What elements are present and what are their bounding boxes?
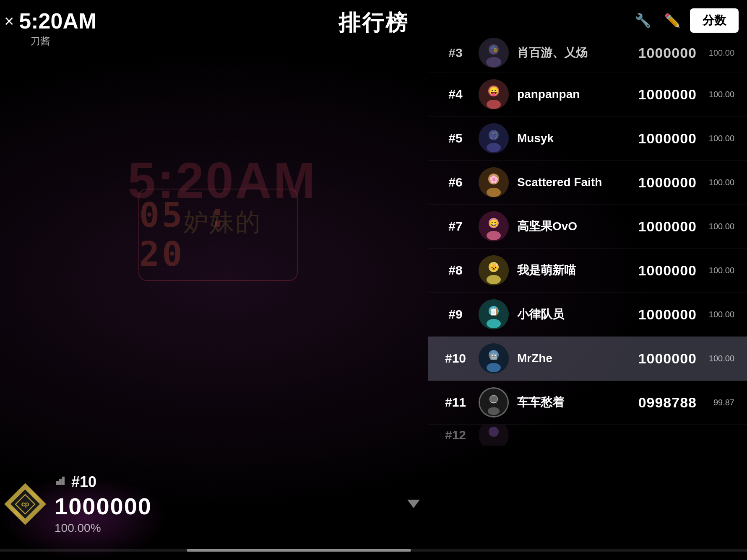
rank-6: #6 bbox=[441, 175, 470, 189]
name-10: MrZhe bbox=[517, 352, 630, 365]
score-7: 1000000 bbox=[638, 218, 697, 235]
leaderboard-row-9[interactable]: #9 📋 小律队员 1000000 100.00 bbox=[428, 293, 747, 337]
svg-text:cp: cp bbox=[21, 500, 29, 508]
leaderboard-row-4[interactable]: #4 😛 panpanpan 1000000 100.00 bbox=[428, 73, 747, 117]
svg-point-18 bbox=[487, 231, 501, 240]
accuracy-3: 100.00 bbox=[705, 48, 734, 58]
accuracy-4: 100.00 bbox=[705, 90, 734, 99]
avatar-8: 🐱 bbox=[479, 255, 509, 285]
wrench-icon-button[interactable]: 🔧 bbox=[631, 9, 655, 32]
diamond-badge: cp bbox=[4, 483, 46, 525]
accuracy-5: 100.00 bbox=[705, 134, 734, 143]
rank-4: #4 bbox=[441, 87, 470, 101]
name-3: 肖百游、乂炀 bbox=[517, 45, 630, 61]
score-9: 1000000 bbox=[638, 306, 697, 323]
score-6: 1000000 bbox=[638, 174, 697, 191]
svg-point-36 bbox=[489, 427, 499, 437]
avatar-11 bbox=[479, 387, 509, 417]
avatar-9: 📋 bbox=[479, 299, 509, 329]
svg-point-14 bbox=[487, 188, 501, 197]
top-right-panel: 🔧 ✏️ 分数 bbox=[631, 8, 739, 33]
leaderboard-panel: #3 🎭 肖百游、乂炀 1000000 100.00 #4 bbox=[428, 34, 747, 535]
svg-point-6 bbox=[487, 100, 501, 109]
rank-3: #3 bbox=[441, 46, 470, 60]
name-11: 车车愁着 bbox=[517, 394, 630, 410]
svg-text:😄: 😄 bbox=[489, 219, 499, 228]
rank-5: #5 bbox=[441, 131, 470, 145]
rank-icon bbox=[55, 475, 66, 489]
svg-point-30 bbox=[487, 363, 501, 372]
name-4: panpanpan bbox=[517, 88, 630, 101]
leaderboard-row-3[interactable]: #3 🎭 肖百游、乂炀 1000000 100.00 bbox=[428, 34, 747, 73]
name-7: 高坚果OvO bbox=[517, 218, 630, 234]
leaderboard-row-11[interactable]: #11 车车愁着 0998788 99.87 bbox=[428, 381, 747, 425]
score-11: 0998788 bbox=[638, 394, 697, 411]
svg-rect-40 bbox=[59, 479, 62, 485]
bg-clock-digits: 05 : 20 bbox=[139, 196, 297, 274]
score-button[interactable]: 分数 bbox=[690, 8, 739, 33]
score-10: 1000000 bbox=[638, 350, 697, 367]
diamond-inner: cp bbox=[10, 490, 40, 519]
svg-text:😛: 😛 bbox=[489, 86, 499, 96]
pencil-icon-button[interactable]: ✏️ bbox=[661, 9, 684, 32]
accuracy-9: 100.00 bbox=[705, 310, 734, 319]
avatar-7: 😄 bbox=[479, 211, 509, 241]
player-rank-number: #10 bbox=[71, 473, 96, 491]
scrollbar-thumb[interactable] bbox=[187, 549, 411, 552]
background-clock-box: 05 : 20 bbox=[138, 189, 298, 281]
accuracy-10: 100.00 bbox=[705, 354, 734, 363]
accuracy-8: 100.00 bbox=[705, 266, 734, 275]
player-accuracy: 100.00% bbox=[55, 521, 152, 535]
score-3: 1000000 bbox=[638, 45, 697, 61]
rank-7: #7 bbox=[441, 219, 470, 233]
leaderboard-row-10[interactable]: #10 🤖 MrZhe 1000000 100.00 bbox=[428, 337, 747, 381]
svg-text:🤖: 🤖 bbox=[489, 351, 499, 360]
rank-10: #10 bbox=[441, 351, 470, 366]
avatar-next bbox=[479, 425, 509, 446]
name-8: 我是萌新喵 bbox=[517, 262, 630, 278]
player-rank-row: #10 bbox=[55, 473, 152, 491]
score-8: 1000000 bbox=[638, 262, 697, 279]
rank-11: #11 bbox=[441, 395, 470, 410]
avatar-10: 🤖 bbox=[479, 343, 509, 373]
leaderboard-list: #3 🎭 肖百游、乂炀 1000000 100.00 #4 bbox=[428, 34, 747, 446]
name-6: Scattered Faith bbox=[517, 176, 630, 189]
avatar-5: 🎵 bbox=[479, 123, 509, 153]
player-score: 1000000 bbox=[55, 493, 152, 520]
leaderboard-row-6[interactable]: #6 🌸 Scattered Faith 1000000 100.00 bbox=[428, 161, 747, 205]
rank-8: #8 bbox=[441, 263, 470, 277]
scroll-down-arrow-icon bbox=[407, 500, 420, 508]
svg-point-22 bbox=[487, 275, 501, 284]
score-4: 1000000 bbox=[638, 86, 697, 103]
svg-rect-39 bbox=[56, 481, 59, 485]
accuracy-7: 100.00 bbox=[705, 222, 734, 231]
svg-text:📋: 📋 bbox=[489, 307, 499, 316]
svg-text:🐱: 🐱 bbox=[489, 263, 499, 272]
leaderboard-row-7[interactable]: #7 😄 高坚果OvO 1000000 100.00 bbox=[428, 205, 747, 249]
avatar-6: 🌸 bbox=[479, 167, 509, 197]
player-stats: #10 1000000 100.00% bbox=[55, 473, 152, 535]
player-info-panel: cp #10 1000000 100.00% bbox=[4, 473, 152, 535]
svg-point-33 bbox=[490, 395, 498, 403]
svg-point-34 bbox=[488, 407, 500, 415]
leaderboard-row-8[interactable]: #8 🐱 我是萌新喵 1000000 100.00 bbox=[428, 249, 747, 293]
name-5: Musyk bbox=[517, 132, 630, 145]
rank-9: #9 bbox=[441, 307, 470, 321]
scroll-arrow-container bbox=[407, 500, 420, 510]
page-title: 排行榜 bbox=[338, 8, 409, 38]
score-5: 1000000 bbox=[638, 130, 697, 147]
svg-text:🎵: 🎵 bbox=[489, 131, 499, 140]
svg-text:🎭: 🎭 bbox=[490, 46, 498, 53]
svg-marker-42 bbox=[407, 500, 420, 508]
svg-point-2 bbox=[486, 57, 501, 67]
accuracy-11: 99.87 bbox=[705, 398, 734, 407]
svg-text:🌸: 🌸 bbox=[489, 175, 499, 184]
scrollbar[interactable] bbox=[0, 549, 747, 552]
player-logo: cp bbox=[4, 483, 46, 525]
leaderboard-row-next: #12 bbox=[428, 425, 747, 446]
leaderboard-row-5[interactable]: #5 🎵 Musyk 1000000 100.00 bbox=[428, 117, 747, 161]
avatar-3: 🎭 bbox=[479, 38, 509, 68]
svg-point-10 bbox=[487, 143, 501, 152]
svg-rect-41 bbox=[62, 477, 65, 485]
name-9: 小律队员 bbox=[517, 306, 630, 322]
